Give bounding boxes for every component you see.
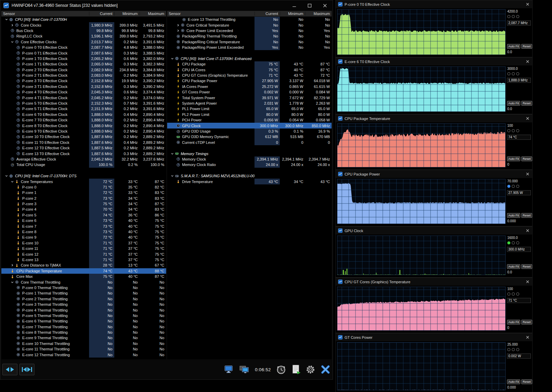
sensor-row[interactable]: P-core 2 T0 Effective Clock2,082.9 MHz23… (1, 67, 166, 73)
sensor-row[interactable]: P-core 3 T1 Effective Clock2,152.8 MHz0.… (1, 84, 166, 89)
clock-button[interactable] (276, 364, 286, 375)
sensor-row[interactable]: E-core 1271 °C37 °C75 °C (1, 251, 166, 257)
remote-monitors-button[interactable] (239, 365, 250, 374)
expand-chevron-icon[interactable] (11, 263, 15, 267)
series-color-dot[interactable] (507, 348, 510, 351)
close-icon[interactable] (525, 280, 530, 284)
graph-titlebar[interactable]: CPU Package Temperature (336, 115, 532, 122)
sensor-row[interactable]: E-core 7 T0 Effective Clock1,888.0 MHz0.… (1, 117, 166, 123)
sensor-group-row[interactable]: CPU [#0]: Intel Core i7-13700H: DTS (1, 173, 166, 179)
sensor-row[interactable]: E-core 10 T0 Effective Clock1,887.8 MHz0… (1, 134, 166, 139)
graph-titlebar[interactable]: CPU Package Power (336, 170, 532, 178)
reset-button[interactable]: Reset (521, 156, 532, 161)
sensor-row[interactable]: PCH Power0.056 W0.054 W0.058 W (167, 117, 332, 123)
sensor-row[interactable]: E-core 13 T0 Effective Clock1,887.6 MHz0… (1, 151, 166, 156)
close-icon[interactable] (525, 335, 530, 340)
sensor-group-row[interactable]: CPU [#0]: Intel Core i7-13700H (1, 17, 166, 22)
series-color-dot[interactable] (516, 129, 519, 132)
sensor-row[interactable]: E-core 6 Thermal ThrottlingNoNoNo (1, 318, 166, 324)
sensor-row[interactable]: E-core 9 T0 Effective Clock1,888.0 MHz0.… (1, 129, 166, 134)
sensor-group-row[interactable]: Memory Timings (167, 151, 332, 156)
reset-button[interactable]: Reset (521, 44, 532, 49)
sensor-row[interactable]: P-core 375 °C34 °C87 °C (1, 201, 166, 207)
auto-fit-button[interactable]: Auto Fit (507, 264, 520, 269)
sensor-row[interactable]: Bus Clock99.8 MHz99.8 MHz99.8 MHz (1, 28, 166, 33)
close-button[interactable] (317, 0, 333, 11)
sensor-row[interactable]: P-core 4 T0 Effective Clock2,045.3 MHz0.… (1, 89, 166, 95)
sensor-row[interactable]: E-core 1371 °C37 °C75 °C (1, 257, 166, 262)
series-color-dot[interactable] (507, 241, 510, 244)
close-icon[interactable] (525, 172, 530, 176)
sensor-row[interactable]: Core Max75 °C40 °C87 °C (1, 274, 166, 279)
auto-fit-button[interactable]: Auto Fit (507, 213, 520, 218)
expand-chevron-icon[interactable] (176, 29, 181, 32)
close-icon[interactable] (525, 2, 530, 6)
sensor-row[interactable]: Current cTDP Level000 (167, 140, 332, 145)
sensor-row[interactable]: P-core 2 T1 Effective Clock2,083.0 MHz0.… (1, 73, 166, 78)
sensor-row[interactable]: E-core 873 °C40 °C75 °C (1, 229, 166, 235)
close-sensors-button[interactable] (320, 364, 331, 375)
reset-button[interactable]: Reset (521, 379, 532, 384)
auto-fit-button[interactable]: Auto Fit (507, 156, 520, 161)
sensor-row[interactable]: E-core 7 Thermal ThrottlingNoNoNo (1, 324, 166, 329)
series-color-dot[interactable] (512, 72, 515, 75)
sensor-row[interactable]: P-core 172 °C33 °C83 °C (1, 190, 166, 195)
collapse-chevron-icon[interactable] (5, 174, 9, 178)
collapse-chevron-icon[interactable] (171, 174, 175, 178)
graph-titlebar[interactable]: GPU Clock (336, 227, 532, 235)
sensor-row[interactable]: E-core 9 Thermal ThrottlingNoNoNo (1, 335, 166, 341)
sensor-row[interactable]: Average Effective Clock2,045.2 MHz32.2 M… (1, 156, 166, 162)
sensor-row[interactable]: P-core 0 Thermal ThrottlingNoNoNo (1, 285, 166, 290)
close-icon[interactable] (525, 228, 530, 233)
sensor-row[interactable]: CPU Package75 °C43 °C87 °C (167, 61, 332, 67)
sensor-row[interactable]: IA Cores Power25.272 W0.865 W61.615 W (167, 84, 332, 89)
sensor-row[interactable]: P-core 574 °C36 °C86 °C (1, 212, 166, 218)
maximize-button[interactable] (302, 0, 317, 11)
sensor-row[interactable]: E-core 673 °C40 °C75 °C (1, 218, 166, 223)
sensor-row[interactable]: P-core 470 °C34 °C83 °C (1, 207, 166, 212)
auto-fit-button[interactable]: Auto Fit (507, 320, 520, 325)
column-header-sensor[interactable]: Sensor (1, 12, 89, 16)
sensor-row[interactable]: E-core 10 Thermal ThrottlingNoNoNo (1, 341, 166, 346)
collapse-chevron-icon[interactable] (171, 57, 175, 60)
series-color-dot[interactable] (512, 185, 515, 188)
sensor-row[interactable]: Package/Ring Thermal ThrottlingNoNoNo (167, 33, 332, 39)
collapse-chevron-icon[interactable] (11, 180, 15, 183)
series-color-dot[interactable] (507, 15, 510, 18)
settings-gear-button[interactable] (306, 365, 315, 374)
sensor-group-row[interactable]: S.M.A.R.T.: SAMSUNG MZVL4512HBLU-00... (167, 173, 332, 179)
sensor-row[interactable]: Core Critical TemperatureNoNoNo (167, 22, 332, 28)
expand-chevron-icon[interactable] (176, 24, 181, 27)
column-header-maximum[interactable]: Maximum (140, 12, 166, 16)
series-color-dot[interactable] (516, 185, 519, 188)
auto-fit-button[interactable]: Auto Fit (507, 101, 520, 106)
expand-chevron-icon[interactable] (11, 24, 15, 27)
sensor-row[interactable]: P-core 071 °C35 °C82 °C (1, 184, 166, 190)
move-left-right-button[interactable] (2, 364, 17, 375)
auto-fit-button[interactable]: Auto Fit (507, 379, 520, 384)
sensor-row[interactable]: CPU Package Power27.905 W3.137 W64.018 W (167, 78, 332, 84)
series-color-dot[interactable] (512, 348, 515, 351)
sensor-row[interactable]: System Agent Power2.031 W1.778 W2.263 W (167, 101, 332, 106)
reset-button[interactable]: Reset (521, 264, 532, 269)
sensor-row[interactable]: P-core 4 T1 Effective Clock2,045.2 MHz0.… (1, 95, 166, 100)
sensor-row[interactable]: Core Thermal ThrottlingNoNoNo (1, 279, 166, 285)
series-color-dot[interactable] (512, 241, 515, 244)
sensor-row[interactable]: Core Distance to TjMAX28 °C13 °C67 °C (1, 262, 166, 268)
series-color-dot[interactable] (507, 185, 510, 188)
collapse-chevron-icon[interactable] (171, 152, 175, 155)
column-header-minimum[interactable]: Minimum (280, 12, 305, 16)
sensor-row[interactable]: P-core 1 T1 Effective Clock2,065.0 MHz0.… (1, 61, 166, 67)
sensor-row[interactable]: Core Clocks1,980.9 MHz399.0 MHz3,491.5 M… (1, 22, 166, 28)
sensor-row[interactable]: PL1 Power Limit65.0 W65.0 W65.0 W (167, 106, 332, 111)
column-header-minimum[interactable]: Minimum (114, 12, 140, 16)
sensor-row[interactable]: P-core 5 T0 Effective Clock2,152.3 MHz0.… (1, 101, 166, 106)
sensor-row[interactable]: CPU Package Temperature74 °C43 °C88 °C (1, 268, 166, 274)
series-color-dot[interactable] (507, 129, 510, 132)
graph-titlebar[interactable]: E-core 6 T0 Effective Clock (336, 58, 532, 65)
collapse-chevron-icon[interactable] (11, 281, 15, 284)
sensor-row[interactable]: Ring/LLC Clock1,596.1 MHz399.0 MHz2,793.… (1, 33, 166, 39)
sensor-row[interactable]: Memory Clock Ratio24.00 x24.00 x24.00 x (167, 162, 332, 167)
sensor-row[interactable]: E-core 11 Thermal ThrottlingNoNoNo (1, 346, 166, 352)
series-color-dot[interactable] (507, 292, 510, 296)
